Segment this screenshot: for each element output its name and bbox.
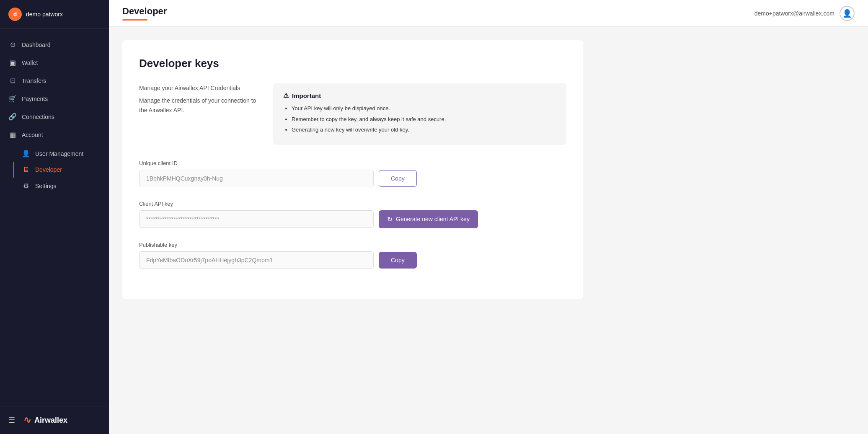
account-icon: ▦: [8, 131, 17, 139]
active-indicator: [13, 162, 14, 178]
sidebar-item-settings[interactable]: ⚙ Settings: [0, 178, 109, 194]
client-id-label: Unique client ID: [139, 160, 566, 166]
connections-icon: 🔗: [8, 113, 17, 121]
sidebar-item-label: Dashboard: [22, 41, 51, 48]
sidebar-item-wallet[interactable]: ▣ Wallet: [0, 54, 109, 72]
sidebar-item-label: Payments: [22, 96, 48, 102]
sidebar-username: demo patworx: [26, 11, 63, 18]
publishable-key-label: Publishable key: [139, 242, 566, 248]
page-title: Developer: [122, 6, 167, 17]
user-email: demo+patworx@airwallex.com: [754, 10, 834, 17]
api-key-row: ↻ Generate new client API key: [139, 210, 566, 228]
settings-icon: ⚙: [22, 182, 30, 190]
content-area: Developer keys Manage your Airwallex API…: [109, 27, 868, 434]
client-id-input[interactable]: [139, 170, 374, 187]
copy-publishable-key-button[interactable]: Copy: [379, 252, 417, 269]
sidebar-footer: ☰ ∿ Airwallex: [0, 406, 109, 434]
sidebar-nav: ⊙ Dashboard ▣ Wallet ⊡ Transfers 🛒 Payme…: [0, 29, 109, 406]
sidebar-sub-item-label: Developer: [35, 166, 62, 173]
sidebar-item-label: Wallet: [22, 59, 38, 66]
sidebar-item-account[interactable]: ▦ Account: [0, 126, 109, 144]
dashboard-icon: ⊙: [8, 41, 17, 49]
important-point-3: Generating a new key will overwrite your…: [292, 126, 556, 134]
copy-client-id-button[interactable]: Copy: [379, 170, 417, 187]
card-intro-text: Manage your Airwallex API Credentials Ma…: [139, 83, 256, 118]
important-box: ⚠ Important Your API key will only be di…: [273, 83, 566, 145]
user-avatar[interactable]: 👤: [840, 6, 855, 21]
api-key-label: Client API key: [139, 201, 566, 207]
sidebar-sub-item-label: Settings: [35, 183, 57, 189]
client-id-row: Copy: [139, 170, 566, 187]
sidebar-header: d demo patworx: [0, 0, 109, 29]
airwallex-logo: ∿ Airwallex: [23, 415, 67, 426]
publishable-key-input[interactable]: [139, 251, 374, 269]
generate-label: Generate new client API key: [396, 216, 470, 222]
important-point-2: Remember to copy the key, and always kee…: [292, 115, 556, 124]
page-title-area: Developer: [122, 6, 167, 21]
card-title: Developer keys: [139, 57, 566, 70]
sidebar-item-label: Account: [22, 132, 43, 138]
topbar: Developer demo+patworx@airwallex.com 👤: [109, 0, 868, 27]
sidebar-item-developer[interactable]: 🖥 Developer: [0, 162, 109, 178]
warning-icon: ⚠: [283, 92, 289, 99]
user-management-icon: 👤: [22, 150, 30, 158]
developer-icon: 🖥: [22, 166, 30, 173]
important-list: Your API key will only be displayed once…: [283, 104, 556, 134]
page-title-underline: [122, 19, 147, 21]
important-title: ⚠ Important: [283, 92, 556, 99]
sidebar-item-label: Connections: [22, 114, 54, 120]
airwallex-logo-icon: ∿: [23, 415, 31, 426]
avatar-icon: 👤: [842, 9, 852, 18]
payments-icon: 🛒: [8, 95, 17, 103]
card-intro-row: Manage your Airwallex API Credentials Ma…: [139, 83, 566, 145]
sidebar-item-user-management[interactable]: 👤 User Management: [0, 145, 109, 162]
sidebar-item-label: Transfers: [22, 78, 46, 84]
api-key-input[interactable]: [139, 210, 374, 228]
sidebar-item-dashboard[interactable]: ⊙ Dashboard: [0, 36, 109, 54]
account-sub-nav: 👤 User Management 🖥 Developer ⚙ Settings: [0, 145, 109, 194]
important-point-1: Your API key will only be displayed once…: [292, 104, 556, 113]
developer-keys-card: Developer keys Manage your Airwallex API…: [122, 40, 583, 299]
intro-text-1: Manage your Airwallex API Credentials: [139, 83, 256, 93]
transfers-icon: ⊡: [8, 77, 17, 85]
publishable-key-row: Copy: [139, 251, 566, 269]
sidebar: d demo patworx ⊙ Dashboard ▣ Wallet ⊡ Tr…: [0, 0, 109, 434]
refresh-icon: ↻: [387, 215, 393, 223]
client-id-section: Unique client ID Copy: [139, 160, 566, 187]
topbar-user: demo+patworx@airwallex.com 👤: [754, 6, 855, 21]
brand-logo-icon: d: [8, 8, 22, 21]
sidebar-item-connections[interactable]: 🔗 Connections: [0, 108, 109, 126]
main-area: Developer demo+patworx@airwallex.com 👤 D…: [109, 0, 868, 434]
publishable-key-section: Publishable key Copy: [139, 242, 566, 269]
intro-text-2: Manage the credentials of your connectio…: [139, 96, 256, 115]
sidebar-item-payments[interactable]: 🛒 Payments: [0, 90, 109, 108]
sidebar-sub-item-label: User Management: [35, 150, 83, 157]
airwallex-logo-text: Airwallex: [34, 416, 67, 425]
generate-api-key-button[interactable]: ↻ Generate new client API key: [379, 210, 478, 228]
api-key-section: Client API key ↻ Generate new client API…: [139, 201, 566, 228]
hamburger-icon[interactable]: ☰: [8, 416, 15, 425]
wallet-icon: ▣: [8, 59, 17, 67]
sidebar-item-transfers[interactable]: ⊡ Transfers: [0, 72, 109, 90]
